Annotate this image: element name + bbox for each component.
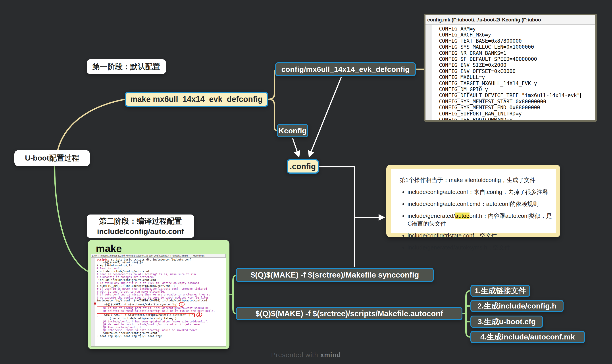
node-make-branch-label: make xyxy=(96,243,122,255)
node-stage1[interactable]: 第一阶段：默认配置 xyxy=(87,59,166,74)
config-line: CONFIG_SYS_MALLOC_LEN=0x1000000 xyxy=(439,44,581,50)
node-make-defconfig-label: make mx6ull_14x14_evk_defconfig xyxy=(130,95,263,104)
editor-tab: config.mk (F:\uboot\...\u-boot-2024.07) xyxy=(426,15,500,24)
make-code-line: $(Q)touch include/config/auto.conf xyxy=(97,332,226,335)
config-line: CONFIG_ENV_SIZE=0x2000 xyxy=(439,62,581,68)
config-editor-screenshot: config.mk (F:\uboot\...\u-boot-2024.07)K… xyxy=(424,14,597,122)
config-line: CONFIG_SF_DEFAULT_SPEED=40000000 xyxy=(439,56,581,62)
makefile-editor-codearea: scripts: scripts_basic scripts_dtc inclu… xyxy=(91,258,226,346)
node-kconfig[interactable]: Kconfig xyxy=(277,124,308,137)
watermark-brand: xmind xyxy=(320,351,341,358)
editor-tab: Makefile (F: xyxy=(192,254,226,257)
node-kconfig-label: Kconfig xyxy=(279,127,307,135)
note-box[interactable]: 第1个操作相当于：make silentoldconfig，生成了文件 incl… xyxy=(386,165,560,237)
node-gen-step-4-label: 4.生成include/autoconf.mk xyxy=(480,332,575,342)
node-dotconfig-label: .config xyxy=(290,162,316,171)
config-editor-gutter xyxy=(426,25,431,122)
note-bullet: include/generated/autoconf.h：内容跟auto.con… xyxy=(408,212,553,228)
wire-bracket-gensteps xyxy=(466,291,470,337)
node-gen-step-2-label: 2.生成include/config.h xyxy=(478,301,557,311)
config-line: CONFIG_NR_DRAM_BANKS=1 xyxy=(439,50,581,56)
red-number-annotation: 1 xyxy=(179,302,185,307)
make-code-line: # To avoid any implicit rule to kick in,… xyxy=(97,282,226,285)
node-dotconfig[interactable]: .config xyxy=(287,159,319,174)
red-annotation-box: $(Q)$(MAKE) -f $(srctree)/Makefile syncc… xyxy=(97,303,177,307)
gutter-marker-icon xyxy=(94,302,96,304)
config-line: CONFIG_USE_BOOTCOMMAND=y xyxy=(439,117,581,122)
config-line: CONFIG_TEXT_BASE=0x87800000 xyxy=(439,38,581,44)
note-bullet: include/config/auto.conf：来自.config，去掉了很多… xyxy=(408,188,553,196)
note-bullet-list: include/config/auto.conf：来自.config，去掉了很多… xyxy=(399,188,553,251)
wire-dotconfig-elbow xyxy=(319,167,354,267)
node-cmd-autoconf[interactable]: $(Q)$(MAKE) -f $(srctree)/scripts/Makefi… xyxy=(236,307,462,320)
make-code-line: u-boot.cfg spl/u-boot.cfg tpl/u-boot.cfg… xyxy=(97,335,226,338)
makefile-editor-gutter xyxy=(91,258,94,346)
note-content: 第1个操作相当于：make silentoldconfig，生成了文件 incl… xyxy=(391,169,556,233)
highlight: autoc xyxy=(455,212,469,219)
config-line: CONFIG_ARCH_MX6=y xyxy=(439,32,581,38)
make-rule-target: scripts xyxy=(97,258,108,261)
node-gen-step-2[interactable]: 2.生成include/config.h xyxy=(470,300,564,312)
watermark: Presented with xmind xyxy=(0,351,612,359)
editor-tab: g.mk (F:\uboot\...\u-boot-2024.07) xyxy=(91,254,125,257)
make-code-line: # Read in config xyxy=(97,267,226,270)
node-gen-step-1-label: 1.生成链接文件 xyxy=(475,286,526,296)
text-cursor xyxy=(580,93,581,98)
node-make-branch[interactable]: make g.mk (F:\uboot\...\u-boot-2024.07)K… xyxy=(88,240,229,349)
config-line: CONFIG_SYS_MEMTEST_END=0x88000000 xyxy=(439,104,581,111)
config-editor-tabbar: config.mk (F:\uboot\...\u-boot-2024.07)K… xyxy=(426,15,595,25)
make-code-line: # if auto.conf.cmd is missing then we ar… xyxy=(97,293,226,296)
config-line: CONFIG_ARM=y xyxy=(439,26,581,32)
config-editor-lines: CONFIG_ARM=yCONFIG_ARCH_MX6=yCONFIG_TEXT… xyxy=(431,25,581,122)
red-number-annotation: 2 xyxy=(196,312,202,318)
node-gen-step-3[interactable]: 3.生成u-boot.cfg xyxy=(470,316,543,328)
config-line: CONFIG_ENV_OFFSET=0xC0000 xyxy=(439,68,581,74)
makefile-editor-tabbar: g.mk (F:\uboot\...\u-boot-2024.07)Kconfi… xyxy=(91,254,226,258)
wire-root-to-makedefconfig xyxy=(58,99,125,150)
make-code-line: -include include/config/auto.conf.cmd xyxy=(97,279,226,282)
config-line: CONFIG_MX6ULL=y xyxy=(439,74,581,80)
arrow-configdefconfig-to-dotconfig xyxy=(309,77,341,156)
make-code-line: $(Q)$(MAKE) -f $(srctree)/scripts/Makefi… xyxy=(97,312,226,317)
node-config-defconfig[interactable]: config/mx6ull_14x14_evk_defconfig xyxy=(275,62,416,76)
node-cmd-syncconfig-label: $(Q)$(MAKE) -f $(srctree)/Makefile syncc… xyxy=(251,271,419,279)
red-annotation-box: $(Q)$(MAKE) -f $(srctree)/scripts/Makefi… xyxy=(97,313,195,317)
wire-root-to-makebox xyxy=(55,166,88,271)
editor-tab: Kconfig.h (F:\uboot\...\linux) xyxy=(159,254,192,257)
make-code-line: @# deleted so "make silentoldconfig" wil… xyxy=(97,310,226,312)
config-line: CONFIG_SYS_MEMTEST_START=0x80000000 xyxy=(439,99,581,104)
wire-bracket-commands xyxy=(233,275,236,313)
config-editor-codearea: CONFIG_ARM=yCONFIG_ARCH_MX6=yCONFIG_TEXT… xyxy=(426,25,595,122)
note-bullet: include/config/auto.conf.cmd：auto.conf的依… xyxy=(408,200,553,208)
node-cmd-autoconf-label: $(Q)$(MAKE) -f $(srctree)/scripts/Makefi… xyxy=(255,309,443,318)
note-title: 第1个操作相当于：make silentoldconfig，生成了文件 xyxy=(399,176,553,184)
node-cmd-syncconfig[interactable]: $(Q)$(MAKE) -f $(srctree)/Makefile syncc… xyxy=(236,268,434,282)
makefile-editor-screenshot: g.mk (F:\uboot\...\u-boot-2024.07)Kconfi… xyxy=(91,254,226,347)
node-stage2-line2: include/config/auto.conf xyxy=(97,226,184,237)
editor-tab: Kconfig (F:\uboo xyxy=(500,15,595,24)
node-stage2-line1: 第二阶段：编译过程配置 xyxy=(99,216,182,226)
node-make-defconfig[interactable]: make mx6ull_14x14_evk_defconfig xyxy=(125,92,268,107)
watermark-text: Presented with xyxy=(271,351,318,358)
make-code-line: # we execute the config step to be sure … xyxy=(97,296,226,299)
node-stage2[interactable]: 第二阶段：编译过程配置 include/config/auto.conf xyxy=(87,215,194,238)
make-code-line: ifeq ($(dot-config),1) xyxy=(97,264,226,267)
editor-tab: Kconfig (F:\uboot\...\u-boot-2024.07) xyxy=(125,254,159,257)
mindmap-canvas: U-boot配置过程 第一阶段：默认配置 make mx6ull_14x14_e… xyxy=(0,0,612,364)
node-gen-step-4[interactable]: 4.生成include/autoconf.mk xyxy=(470,331,585,343)
note-bullet: include/generated/autoksyms.h：空文件 xyxy=(408,244,553,251)
node-root[interactable]: U-boot配置过程 xyxy=(14,150,90,166)
make-code-line: $(Q)$(MAKE) -f $(srctree)/Makefile syncc… xyxy=(97,302,226,307)
makefile-editor-lines: scripts: scripts_basic scripts_dtc inclu… xyxy=(94,258,226,338)
make-code-line: { rm -f include/config/auto.conf; false;… xyxy=(97,317,226,320)
make-code-line: include/config/%.conf: $(KCONFIG_CONFIG)… xyxy=(97,299,226,302)
config-line: CONFIG_SUPPORT_RAW_INITRD=y xyxy=(439,111,581,117)
config-line: CONFIG_TARGET_MX6ULL_14X14_EVK=y xyxy=(439,80,581,87)
wire-makedefconfig-to-kconfig xyxy=(268,99,278,131)
node-gen-step-3-label: 3.生成u-boot.cfg xyxy=(478,317,536,327)
make-code-line: @# include/config.h has been updated aft… xyxy=(97,320,226,323)
arrow-kconfig-to-dotconfig xyxy=(293,138,299,156)
node-gen-step-1[interactable]: 1.生成链接文件 xyxy=(470,285,530,297)
node-root-label: U-boot配置过程 xyxy=(25,153,80,163)
config-line: CONFIG_DEFAULT_DEVICE_TREE="imx6ull-14x1… xyxy=(439,92,581,98)
